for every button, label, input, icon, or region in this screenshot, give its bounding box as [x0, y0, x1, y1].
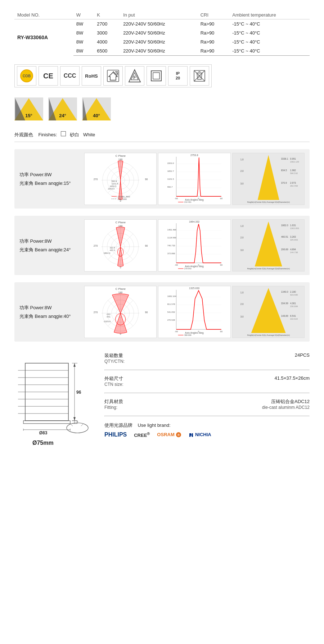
cone-chart-40: 1340.0 2.180 923.595 334.99 4.361 230.89…	[232, 286, 305, 338]
spec-cri-2: Ra>90	[198, 37, 230, 46]
svg-text:1.0: 1.0	[240, 225, 243, 227]
svg-text:1325.630: 1325.630	[189, 287, 199, 289]
cert-weee	[190, 66, 209, 86]
chart-images-15: C Plane 180 90 270 0	[84, 153, 305, 205]
cert-square	[147, 66, 166, 86]
beam-24: 24°	[48, 97, 77, 120]
nichia-logo: NICHIA	[189, 432, 211, 438]
svg-marker-1	[109, 72, 117, 80]
svg-text:C01860_3600: C01860_3600	[118, 196, 130, 198]
svg-text:180: 180	[118, 158, 123, 161]
dimension-svg: 96 2 Ø83	[14, 352, 94, 453]
spec-input-2: 220V-240V 50/60Hz	[120, 37, 198, 46]
finish-label-zh: 外观颜色	[14, 132, 33, 137]
f-triangle-icon: F	[128, 69, 141, 83]
spec-brand-label: 使用光源品牌 Use light brand:	[104, 422, 310, 429]
svg-text:148.89: 148.89	[281, 315, 288, 317]
cone-svg-24: 1862.0 1.631 1302.653 460.51 3.263 325.6…	[233, 220, 304, 270]
svg-text:2753.8: 2753.8	[190, 154, 198, 156]
spec-cri-3: Ra>90	[198, 46, 230, 56]
svg-text:1118.599: 1118.599	[167, 237, 177, 239]
col-header-cri: CRI	[198, 11, 230, 19]
col-header-input: In put	[120, 11, 198, 19]
svg-text:2: 2	[76, 420, 78, 424]
spec-ctn-label: 外箱尺寸 CTN size:	[104, 375, 144, 387]
osram-circle-icon: ®	[176, 432, 181, 438]
cartesian-svg-40: 1325.630 1082.104 811.578 541.052 270.52…	[158, 286, 230, 337]
svg-text:270: 270	[94, 178, 98, 181]
spec-divider-2	[104, 393, 310, 393]
spec-brand-row: 使用光源品牌 Use light brand: PHILIPS CREE® OS…	[104, 422, 310, 438]
chart-images-24: C Plane 180 90 270 0	[84, 219, 305, 271]
cartesian-chart-40: 1325.630 1082.104 811.578 541.052 270.52…	[158, 286, 230, 338]
svg-text:3.0: 3.0	[240, 315, 243, 318]
svg-text:1652.3: 1652.3	[110, 185, 117, 187]
svg-marker-18	[49, 98, 56, 120]
col-header-k: K	[94, 11, 120, 19]
ip20-icon: IP20	[176, 71, 180, 81]
spec-w-2: 8W	[73, 37, 94, 46]
svg-line-209	[70, 424, 73, 426]
specs-table: Model NO. W K In put CRI Ambient tempera…	[14, 11, 310, 56]
svg-text:1101.5: 1101.5	[112, 183, 118, 185]
polar-chart-24: C Plane 180 90 270 0	[84, 219, 157, 271]
svg-text:1302.653: 1302.653	[290, 227, 299, 229]
chart-label-24: 功率 Power:8W 光束角 Beam anqgle:24°	[19, 219, 81, 271]
spec-qty-value: 24PCS	[151, 352, 310, 358]
chart-section-24: 功率 Power:8W 光束角 Beam anqgle:24° C Plane …	[14, 216, 310, 275]
svg-text:C Plane: C Plane	[115, 287, 126, 291]
finish-section: 外观颜色 Finishes: 砂白 White	[14, 131, 310, 138]
spec-input-0: 220V-240V 50/60Hz	[120, 19, 198, 29]
spec-fitting-row: 灯具材质 Fitting: 压铸铝合金ADC12 die-cast alumin…	[104, 398, 310, 410]
cone-svg-40: 1340.0 2.180 923.595 334.99 4.361 230.89…	[233, 286, 304, 337]
cert-ip20: IP20	[168, 66, 188, 86]
cert-f: F	[125, 66, 144, 86]
spec-fitting-label: 灯具材质 Fitting:	[104, 398, 144, 410]
svg-text:90: 90	[145, 311, 148, 314]
beam-row: 15° 24° 40°	[14, 97, 310, 120]
svg-text:3.263: 3.263	[290, 236, 296, 238]
cartesian-chart-24: 1864.332 1491.466 1118.599 745.733 372.8…	[158, 219, 230, 271]
svg-text:90: 90	[145, 178, 148, 181]
spec-k-2: 4000	[94, 37, 120, 46]
fitting-value-en: die-cast aluminm ADC12	[151, 405, 310, 410]
svg-marker-112	[255, 221, 282, 266]
divider-1	[14, 142, 310, 142]
spec-cri-1: Ra>90	[198, 28, 230, 37]
spec-qty-row: 装箱数量 QTY/CTN: 24PCS	[104, 352, 310, 364]
svg-text:90: 90	[220, 197, 223, 200]
chart-power-40: 功率 Power:8W	[19, 303, 81, 312]
svg-text:325.663: 325.663	[290, 239, 298, 241]
spec-qty-label: 装箱数量 QTY/CTN:	[104, 352, 144, 364]
brand-label-en: Use light brand:	[138, 423, 170, 428]
beam-40-label: 40°	[93, 113, 100, 118]
rohs-icon: RoHS	[85, 73, 98, 79]
weee-icon	[193, 69, 206, 82]
svg-text:-90: -90	[175, 264, 178, 266]
fitting-value-zh: 压铸铝合金ADC12	[151, 398, 310, 405]
svg-text:0.991: 0.991	[290, 157, 296, 160]
svg-text:102.622: 102.622	[290, 318, 298, 320]
svg-text:834.5: 834.5	[281, 169, 287, 172]
svg-text:1082.104: 1082.104	[167, 295, 177, 297]
svg-marker-20	[83, 98, 87, 120]
chart-label-40: 功率 Power:8W 光束角 Beam anqgle:40°	[19, 286, 81, 338]
finish-checkbox	[61, 131, 66, 136]
svg-text:2.0: 2.0	[240, 303, 243, 305]
col-header-temp: Ambient temperature	[229, 11, 310, 19]
nichia-n-icon	[189, 433, 194, 438]
svg-rect-193	[23, 421, 70, 424]
spec-ctn-en: CTN size:	[104, 382, 144, 387]
svg-text:C Plane: C Plane	[115, 154, 126, 157]
chart-angle-40: 光束角 Beam anqgle:40°	[19, 312, 81, 320]
cartesian-chart-15: 2753.8 2203.0 1652.7 1101.5 550.7 Axis A	[158, 153, 230, 205]
chart-power-24: 功率 Power:8W	[19, 237, 81, 245]
spec-fitting-en: Fitting:	[104, 405, 144, 410]
svg-text:230.899: 230.899	[290, 305, 298, 307]
svg-text:460.51: 460.51	[281, 236, 288, 238]
finish-label-en: Finishes:	[38, 132, 57, 137]
cob-icon: COB	[20, 69, 33, 82]
svg-text:90: 90	[145, 245, 148, 247]
svg-text:550.9: 550.9	[112, 180, 117, 182]
svg-text:-1325.6: -1325.6	[103, 320, 111, 323]
